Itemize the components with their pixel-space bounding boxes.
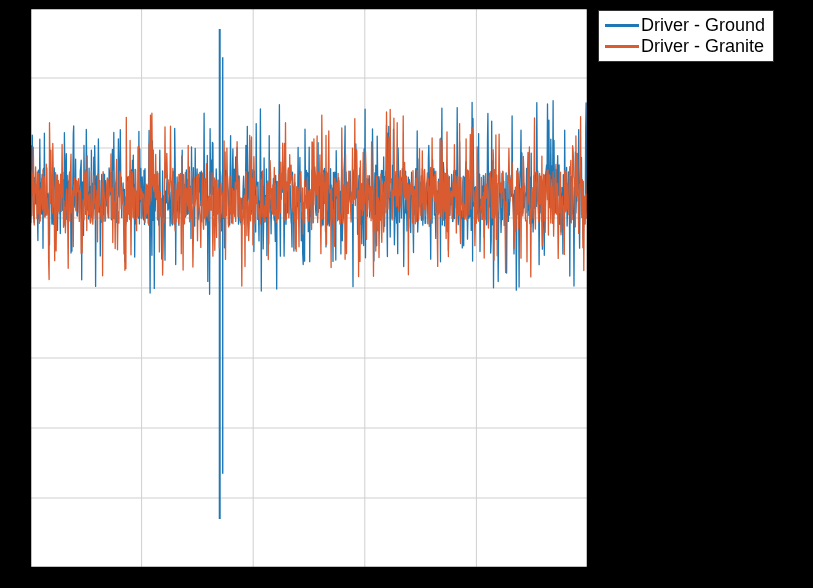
legend-label: Driver - Granite <box>641 36 764 57</box>
legend-swatch-icon <box>605 45 639 47</box>
chart-plot-area <box>30 8 588 568</box>
legend-label: Driver - Ground <box>641 15 765 36</box>
legend: Driver - Ground Driver - Granite <box>598 10 774 62</box>
legend-swatch-icon <box>605 24 639 26</box>
legend-item: Driver - Ground <box>605 15 765 36</box>
legend-item: Driver - Granite <box>605 36 765 57</box>
chart-svg <box>30 8 588 568</box>
